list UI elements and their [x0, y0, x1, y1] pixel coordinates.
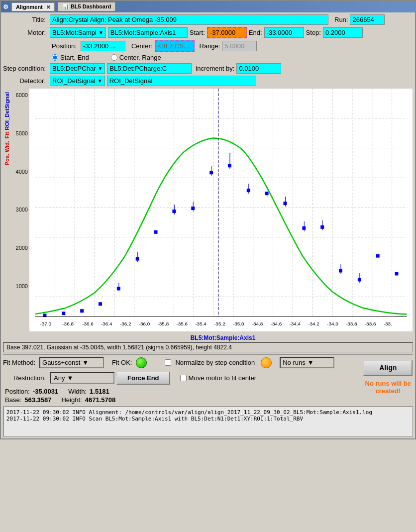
step-label: Step:	[306, 29, 321, 36]
radio-start-end[interactable]: Start, End	[52, 54, 89, 61]
svg-text:-33.6: -33.6	[365, 321, 376, 326]
y-label-fit: Fit	[4, 132, 10, 138]
svg-text:-34.0: -34.0	[327, 321, 338, 326]
svg-rect-28	[80, 309, 84, 313]
motor-dropdown[interactable]: BL5:Mot:Sampl ▼	[50, 27, 106, 38]
height-field: Height: 4671.5708	[61, 396, 115, 404]
svg-text:-36.0: -36.0	[139, 321, 150, 326]
detector-dropdown[interactable]: ROI_DetSignal ▼	[50, 76, 105, 86]
svg-text:-35.2: -35.2	[214, 321, 225, 326]
end-label: End:	[249, 29, 262, 36]
x-axis-label: BL5:Mot:Sample:Axis1	[33, 334, 413, 341]
fit-ok-indicator	[136, 357, 147, 368]
svg-text:-33.8: -33.8	[346, 321, 357, 326]
increment-input[interactable]: 0.0100	[236, 63, 281, 74]
detector-input[interactable]: ROI_DetSignal	[107, 76, 256, 86]
no-runs-value: No runs	[283, 359, 306, 366]
title-input[interactable]: Align:Crystal Align: Peak at Omega -35.0…	[50, 14, 328, 25]
range-label: Range:	[200, 42, 220, 50]
chart-plot-area: -37.0 -36.8 -36.6 -36.4 -36.2 -36.0 -35.…	[29, 88, 413, 333]
step-condition-label: Step condition:	[3, 65, 48, 72]
svg-rect-32	[136, 257, 139, 261]
base-field: Base: 563.3587	[5, 396, 51, 404]
tab-alignment[interactable]: Alignment ✕	[11, 2, 55, 11]
tab-alignment-close[interactable]: ✕	[46, 4, 50, 10]
fit-method-select[interactable]: Gauss+const ▼	[39, 357, 104, 368]
height-field-value: 4671.5708	[85, 396, 115, 404]
normalize-indicator	[261, 357, 272, 368]
motor-axis-input[interactable]: BL5:Mot:Sample:Axis1	[108, 27, 188, 38]
radio-center-range[interactable]: Center, Range	[111, 54, 161, 61]
step-condition-row: Step condition: BL5:Det:PChar ▼ BL5:Det:…	[3, 63, 413, 74]
y-label-roi: ROI_DetSignal	[4, 92, 10, 130]
svg-text:-35.4: -35.4	[195, 321, 207, 326]
radio-start-end-input[interactable]	[52, 54, 58, 61]
fit-method-row: Fit Method: Gauss+const ▼ Fit OK: Normal…	[3, 357, 361, 368]
normalize-checkbox[interactable]	[165, 359, 171, 366]
restriction-arrow: ▼	[67, 374, 73, 382]
log-line-1: 2017-11-22 09:30:02 INFO Alignment: /hom…	[6, 409, 410, 416]
align-panel: Align No runs will becreated!	[363, 357, 413, 397]
y-axis-numbers: 6000 5000 4000 3000 2000 1000	[11, 88, 29, 333]
position-row: Position: -33.2000 ... Center: <BL7:CS:.…	[52, 40, 413, 52]
center-input[interactable]: <BL7:CS:....	[155, 40, 195, 52]
log-area: 2017-11-22 09:30:02 INFO Alignment: /hom…	[3, 407, 413, 436]
step-condition-dropdown-value: BL5:Det:PChar	[52, 65, 96, 72]
position-value[interactable]: -33.2000 ...	[81, 41, 125, 51]
restriction-select[interactable]: Any ▼	[50, 372, 114, 384]
title-row: Title: Align:Crystal Align: Peak at Omeg…	[3, 14, 413, 25]
radio-start-end-label: Start, End	[60, 54, 89, 61]
no-runs-select[interactable]: No runs ▼	[280, 357, 334, 368]
log-line-2: 2017-11-22 09:30:02 INFO Scan BL5:Mot:Sa…	[6, 416, 410, 422]
move-motor-checkbox[interactable]	[180, 375, 187, 381]
svg-text:-36.2: -36.2	[120, 321, 131, 326]
align-button[interactable]: Align	[363, 360, 413, 376]
start-label: Start:	[190, 29, 205, 36]
fit-method-value: Gauss+const	[42, 359, 80, 366]
detector-label: Detector:	[3, 77, 48, 85]
step-input[interactable]: 0.2000	[323, 27, 363, 38]
end-input[interactable]: -33.0000	[264, 27, 304, 38]
width-field-value: 1.5181	[90, 388, 109, 395]
svg-text:-35.8: -35.8	[158, 321, 169, 326]
position-label: Position:	[52, 42, 77, 50]
title-label: Title:	[3, 16, 48, 23]
chart-container: ROI_DetSignal Fit Pos. Wid. 6000 5000 40…	[3, 88, 413, 333]
restriction-row: Restriction: Any ▼ Force End Move motor …	[3, 371, 361, 385]
fit-ok-label: Fit OK:	[112, 359, 132, 366]
svg-text:-36.6: -36.6	[82, 321, 94, 326]
svg-text:-34.8: -34.8	[252, 321, 263, 326]
status-bar: Base 397.021, Gaussian at -35.0045, widt…	[3, 342, 413, 352]
svg-text:-36.4: -36.4	[101, 321, 112, 326]
step-condition-arrow: ▼	[98, 66, 103, 71]
radio-row: Start, End Center, Range	[52, 54, 413, 61]
svg-text:-33.: -33.	[384, 321, 392, 326]
detector-dropdown-value: ROI_DetSignal	[52, 77, 96, 85]
radio-center-range-input[interactable]	[111, 54, 117, 61]
position-width-row: Position: -35.0031 Width: 1.5181	[5, 388, 361, 395]
range-input[interactable]: 5.0000	[222, 41, 257, 51]
motor-row: Motor: BL5:Mot:Sampl ▼ BL5:Mot:Sample:Ax…	[3, 27, 413, 38]
svg-rect-29	[99, 302, 102, 306]
tab-bl5-label: BL5 Dashboard	[71, 3, 111, 9]
step-condition-input[interactable]: BL5:Det:PCharge:C	[107, 63, 192, 74]
restriction-value: Any	[54, 374, 65, 382]
radio-center-range-label: Center, Range	[119, 54, 161, 61]
step-condition-dropdown[interactable]: BL5:Det:PChar ▼	[50, 63, 105, 74]
position-field: Position: -35.0031	[5, 388, 58, 395]
y-label-poswidth: Pos. Wid.	[4, 141, 10, 165]
position-field-label: Position:	[5, 388, 30, 395]
svg-rect-27	[62, 312, 65, 315]
run-label: Run:	[334, 16, 348, 23]
position-field-value: -35.0031	[33, 388, 58, 395]
run-value[interactable]: 266654	[350, 14, 385, 25]
motor-label: Motor:	[3, 29, 48, 36]
move-motor-label: Move motor to fit center	[189, 374, 257, 382]
force-end-button[interactable]: Force End	[116, 371, 170, 385]
normalize-label: Normalize by step condition	[175, 359, 255, 366]
start-input[interactable]: -37.0000	[207, 27, 247, 38]
no-runs-warning: No runs will becreated!	[363, 378, 413, 397]
svg-text:-36.8: -36.8	[62, 321, 74, 326]
center-label: Center:	[131, 42, 153, 50]
tab-bl5-dashboard[interactable]: 📊 BL5 Dashboard	[58, 2, 115, 11]
